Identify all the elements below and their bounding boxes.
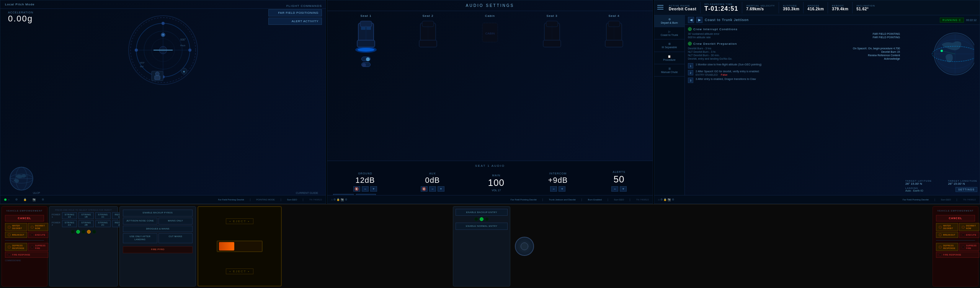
- ground-minus[interactable]: −: [362, 186, 369, 192]
- power2-label: POWER 2: [52, 221, 60, 226]
- status-gear-icon: ⚙: [42, 198, 44, 201]
- target-info: TARGET LATITUDE 26° 15.00' N TARGET LONG…: [905, 180, 977, 192]
- toggle-1[interactable]: [361, 57, 371, 61]
- svg-rect-32: [357, 40, 375, 47]
- aux-minus[interactable]: −: [429, 186, 436, 192]
- seat-2-icon[interactable]: [415, 19, 441, 54]
- enable-backup-pyros-btn[interactable]: ENABLE BACKUP PYROS: [123, 210, 193, 216]
- mains-only-btn[interactable]: MAINS ONLY: [158, 218, 193, 225]
- sidebar-btn-separate[interactable]: ⊞ III Separable: [654, 40, 684, 52]
- seat-4-svg: [601, 19, 627, 54]
- toggle-2[interactable]: [361, 62, 371, 67]
- cancel-btn-right[interactable]: CANCEL: [936, 215, 975, 221]
- phase-name: Coast to Trunk Jettison: [705, 18, 938, 22]
- sidebar-btn-manual[interactable]: ☰ Manual Chute: [654, 65, 684, 76]
- bottom-left-labels: ULCP: [33, 192, 40, 194]
- instrument-svg: 000° Pitch 000° Roll ◉: [125, 12, 201, 88]
- fire-btn-r[interactable]: FIRE RESPONSE: [936, 252, 979, 258]
- ground-label: GROUND: [358, 172, 372, 175]
- power2-row: POWER 2 STRING 2A STRING 2B STRING 2C RE…: [52, 220, 115, 227]
- ground-plus[interactable]: +: [370, 186, 377, 192]
- seat-2-label: Seat 2: [422, 14, 433, 18]
- svg-rect-48: [605, 40, 623, 47]
- splashdown-item: SPLASHDOWN TIME T-01:24:51: [704, 3, 738, 12]
- enable-backup-entry-btn[interactable]: ENABLE BACKUP ENTRY: [456, 209, 508, 216]
- apogee-item: APOGEE 416.2km: [807, 5, 824, 11]
- sidebar-icon-1: ⚙: [656, 18, 683, 21]
- supress-btn-r[interactable]: SUPRESS FIRE: [959, 243, 979, 251]
- drogues-mains-btn[interactable]: DROGUES & MAINS: [123, 226, 193, 233]
- jettison-nose-cone-btn[interactable]: JETTISON NOSE CONE: [123, 218, 157, 225]
- main-value: 100: [488, 178, 505, 187]
- deorbit-val-4: Acknowledge: [884, 57, 900, 60]
- string2b-btn[interactable]: STRING 2B: [78, 220, 94, 227]
- breakout-btn-left[interactable]: BREAKOUT: [5, 232, 27, 238]
- supress-btn[interactable]: SUPRESS FIRE: [28, 243, 48, 251]
- dn-indicator: [31, 226, 34, 229]
- menu-icon[interactable]: [657, 4, 665, 11]
- intercom-plus[interactable]: +: [559, 186, 565, 192]
- center-burn: Burn Enabled: [588, 199, 602, 201]
- alert-activity-btn[interactable]: ALERT ACTIVITY: [268, 18, 322, 25]
- enable-ind-2: [480, 217, 483, 221]
- breakout-btn-right[interactable]: BREAKOUT: [936, 232, 958, 238]
- landing-row: LANDING Auto - Earth IO SETTINGS: [905, 187, 977, 192]
- water-deorbit-btn-r[interactable]: WATER DEORBIT: [936, 223, 958, 231]
- phase-prev-btn[interactable]: ◀: [688, 17, 694, 23]
- cancel-btn-left[interactable]: CANCEL: [5, 215, 44, 221]
- fire-btn[interactable]: FIRE RESPONSE: [5, 252, 48, 258]
- enable-normal-entry-btn[interactable]: ENABLE NORMAL ENTRY: [456, 223, 508, 229]
- deorbit-item-2: NLT Deorbit Burn - 3 hr. Deorbit Burn 15: [688, 50, 900, 53]
- use-only-after-landing-btn[interactable]: USE ONLY AFTER LANDING: [123, 233, 157, 243]
- depress-btn-r[interactable]: DEPRESS RESPONSE: [936, 243, 958, 251]
- sidebar-btn-depart[interactable]: ⚙ Depart & Burn: [654, 15, 684, 27]
- aux-label: AUX: [429, 172, 436, 175]
- intercom-minus[interactable]: −: [550, 186, 557, 192]
- altitude-item: ALTITUDE 393.3km: [783, 5, 799, 11]
- eject-panel: • EJECT • • EJECT •: [198, 206, 282, 286]
- power1-label: POWER 1: [52, 213, 60, 218]
- numbered-text-1: 1 Monitor slow to free-flight attitude (…: [696, 63, 761, 68]
- eject-handle: [219, 242, 234, 251]
- fire-pyro-btn[interactable]: FIRE PYRO: [123, 246, 193, 253]
- phase-timer: 00:22:12: [966, 19, 977, 21]
- execute-btn-right[interactable]: EXECUTE: [959, 232, 979, 238]
- seat-3-icon[interactable]: [539, 19, 565, 54]
- cut-mains-btn[interactable]: CUT MAINS: [158, 233, 193, 243]
- string2a-btn[interactable]: STRING 2A: [62, 220, 77, 227]
- phase-next-btn[interactable]: ▶: [696, 17, 702, 23]
- alerts-minus[interactable]: −: [611, 186, 618, 192]
- aux-mute[interactable]: 🔇: [421, 186, 428, 192]
- water-deorbit-btn[interactable]: WATER DEORBIT: [5, 223, 27, 231]
- su-indicator: [31, 246, 34, 249]
- num-badge-2: 2: [688, 70, 693, 75]
- settings-btn[interactable]: SETTINGS: [956, 187, 977, 192]
- string1b-btn[interactable]: STRING 1B: [78, 212, 94, 219]
- string2c-btn[interactable]: STRING 2C: [95, 220, 111, 227]
- alerts-plus[interactable]: +: [620, 186, 627, 192]
- deorbit-now-btn[interactable]: DEORBIT NOW: [28, 223, 48, 231]
- fi-r-indicator: [939, 253, 942, 256]
- intercom-meter: INTERCOM +9dB − +: [548, 172, 568, 192]
- string1c-btn[interactable]: STRING 1C: [95, 212, 111, 219]
- mission-content: ⚙ Depart & Burn ▷ Coast to Trunk ⊞ III S…: [654, 15, 980, 203]
- string1a-btn[interactable]: STRING 1A: [62, 212, 77, 219]
- ex-indicator: [31, 233, 34, 236]
- depress-btn[interactable]: DEPRESS RESPONSE: [5, 243, 27, 251]
- deorbit-label-3: NLT Deorbit Burn - 30 min.: [688, 54, 720, 57]
- ground-mute[interactable]: 🔇: [353, 186, 360, 192]
- far-field-btn[interactable]: FAR FIELD POSITIONING: [268, 9, 322, 16]
- sidebar-btn-procedure[interactable]: 📋 Procedure: [654, 52, 684, 64]
- seat-1-icon[interactable]: [353, 19, 379, 54]
- wd-indicator: [8, 226, 11, 229]
- flight-commands: FLIGHT COMMANDS FAR FIELD POSITIONING AL…: [268, 4, 322, 26]
- intercom-label: INTERCOM: [549, 172, 567, 175]
- execute-btn-left[interactable]: EXECUTE: [28, 232, 48, 238]
- aux-plus[interactable]: +: [438, 186, 444, 192]
- inner-circle: [521, 242, 528, 250]
- eject-switch[interactable]: [217, 241, 263, 252]
- sidebar-btn-coast[interactable]: ▷ Coast to Trunk: [654, 28, 684, 39]
- big-circle-btn[interactable]: [515, 237, 534, 256]
- deorbit-now-btn-r[interactable]: DEORBIT NOW: [959, 223, 979, 231]
- seat-4-icon[interactable]: [601, 19, 627, 54]
